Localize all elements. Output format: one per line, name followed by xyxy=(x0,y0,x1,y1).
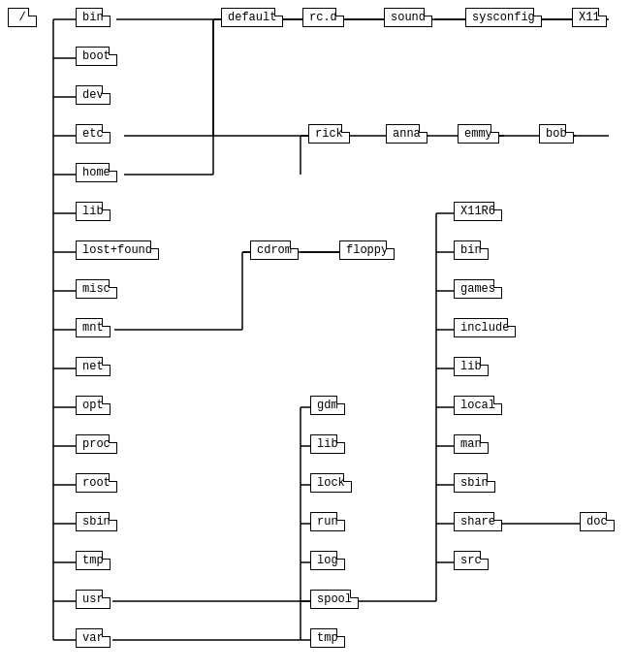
node-bob: bob xyxy=(539,124,574,144)
tree-container: / bin boot dev etc home lib lost+found m… xyxy=(0,0,633,672)
node-local: local xyxy=(454,396,502,415)
node-anna: anna xyxy=(386,124,427,144)
file-icon-boot[interactable]: boot xyxy=(76,47,117,66)
node-floppy: floppy xyxy=(339,240,395,260)
node-var-lib: lib xyxy=(310,434,345,454)
node-usr-lib: lib xyxy=(454,357,489,376)
file-icon-usr-lib[interactable]: lib xyxy=(454,357,489,376)
node-doc: doc xyxy=(580,512,615,531)
file-icon-rcd[interactable]: rc.d xyxy=(302,8,344,27)
node-gdm: gdm xyxy=(310,396,345,415)
node-sbin: sbin xyxy=(76,512,117,531)
file-icon-lock[interactable]: lock xyxy=(310,473,352,493)
file-icon-bob[interactable]: bob xyxy=(539,124,574,144)
node-root: / xyxy=(8,8,37,27)
file-icon-lib[interactable]: lib xyxy=(76,202,111,221)
node-bin: bin xyxy=(76,8,111,27)
file-icon-usr-src[interactable]: src xyxy=(454,551,489,570)
node-games: games xyxy=(454,279,502,299)
file-icon-local[interactable]: local xyxy=(454,396,502,415)
node-root-dir: root xyxy=(76,473,117,493)
file-icon-var-tmp[interactable]: tmp xyxy=(310,628,345,648)
file-icon-share[interactable]: share xyxy=(454,512,502,531)
file-icon-cdrom[interactable]: cdrom xyxy=(250,240,299,260)
file-icon-x11[interactable]: X11 xyxy=(572,8,607,27)
node-lib: lib xyxy=(76,202,111,221)
node-lost: lost+found xyxy=(76,240,159,260)
file-icon-emmy[interactable]: emmy xyxy=(458,124,499,144)
node-rcd: rc.d xyxy=(302,8,344,27)
node-cdrom: cdrom xyxy=(250,240,299,260)
file-icon-var[interactable]: var xyxy=(76,628,111,648)
node-sysconfig: sysconfig xyxy=(465,8,542,27)
node-proc: proc xyxy=(76,434,117,454)
node-usr-bin: bin xyxy=(454,240,489,260)
file-icon-floppy[interactable]: floppy xyxy=(339,240,395,260)
file-icon-home[interactable]: home xyxy=(76,163,117,182)
file-icon-misc[interactable]: misc xyxy=(76,279,117,299)
file-icon-bin[interactable]: bin xyxy=(76,8,111,27)
node-share: share xyxy=(454,512,502,531)
file-icon-anna[interactable]: anna xyxy=(386,124,427,144)
file-icon-root[interactable]: / xyxy=(8,8,37,27)
file-icon-log[interactable]: log xyxy=(310,551,345,570)
node-net: net xyxy=(76,357,111,376)
node-var-tmp: tmp xyxy=(310,628,345,648)
file-icon-spool[interactable]: spool xyxy=(310,590,359,609)
node-boot: boot xyxy=(76,47,117,66)
file-icon-gdm[interactable]: gdm xyxy=(310,396,345,415)
file-icon-man[interactable]: man xyxy=(454,434,489,454)
file-icon-usr[interactable]: usr xyxy=(76,590,111,609)
node-dev: dev xyxy=(76,85,111,105)
node-lock: lock xyxy=(310,473,352,493)
node-run: run xyxy=(310,512,345,531)
file-icon-var-lib[interactable]: lib xyxy=(310,434,345,454)
file-icon-lost[interactable]: lost+found xyxy=(76,240,159,260)
file-icon-dev[interactable]: dev xyxy=(76,85,111,105)
file-icon-sound[interactable]: sound xyxy=(384,8,432,27)
node-etc: etc xyxy=(76,124,111,144)
node-include: include xyxy=(454,318,516,337)
node-tmp: tmp xyxy=(76,551,111,570)
file-icon-opt[interactable]: opt xyxy=(76,396,111,415)
file-icon-doc[interactable]: doc xyxy=(580,512,615,531)
file-icon-usr-bin[interactable]: bin xyxy=(454,240,489,260)
node-log: log xyxy=(310,551,345,570)
node-emmy: emmy xyxy=(458,124,499,144)
node-x11r6: X11R6 xyxy=(454,202,502,221)
node-usr: usr xyxy=(76,590,111,609)
file-icon-usr-sbin[interactable]: sbin xyxy=(454,473,495,493)
file-icon-sysconfig[interactable]: sysconfig xyxy=(465,8,542,27)
file-icon-x11r6[interactable]: X11R6 xyxy=(454,202,502,221)
file-icon-proc[interactable]: proc xyxy=(76,434,117,454)
file-icon-tmp[interactable]: tmp xyxy=(76,551,111,570)
node-usr-sbin: sbin xyxy=(454,473,495,493)
node-usr-src: src xyxy=(454,551,489,570)
node-default: default xyxy=(221,8,283,27)
node-man: man xyxy=(454,434,489,454)
node-misc: misc xyxy=(76,279,117,299)
node-opt: opt xyxy=(76,396,111,415)
node-x11: X11 xyxy=(572,8,607,27)
node-mnt: mnt xyxy=(76,318,111,337)
file-icon-run[interactable]: run xyxy=(310,512,345,531)
file-icon-etc[interactable]: etc xyxy=(76,124,111,144)
file-icon-include[interactable]: include xyxy=(454,318,516,337)
file-icon-rick[interactable]: rick xyxy=(308,124,350,144)
node-rick: rick xyxy=(308,124,350,144)
file-icon-sbin[interactable]: sbin xyxy=(76,512,117,531)
file-icon-default[interactable]: default xyxy=(221,8,283,27)
file-icon-games[interactable]: games xyxy=(454,279,502,299)
file-icon-root-dir[interactable]: root xyxy=(76,473,117,493)
file-icon-net[interactable]: net xyxy=(76,357,111,376)
node-sound: sound xyxy=(384,8,432,27)
file-icon-mnt[interactable]: mnt xyxy=(76,318,111,337)
node-var: var xyxy=(76,628,111,648)
node-home: home xyxy=(76,163,117,182)
node-spool: spool xyxy=(310,590,359,609)
